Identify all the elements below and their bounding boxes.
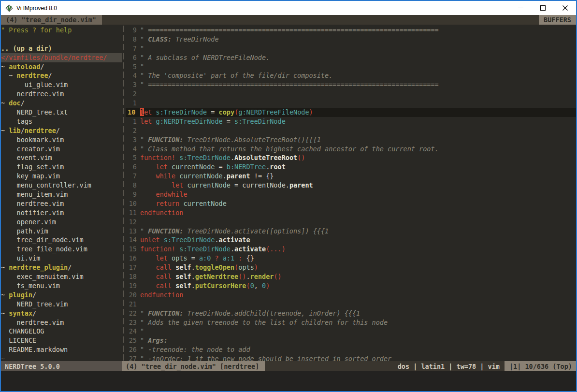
tree-file[interactable]: bookmark.vim bbox=[1, 135, 122, 145]
tree-dir[interactable]: ~ autoload/ bbox=[1, 62, 122, 72]
line-number: 18 bbox=[126, 272, 140, 281]
code-line[interactable]: 3" FUNCTION: TreeDirNode.AbsoluteTreeRoo… bbox=[126, 135, 576, 145]
code-line[interactable]: 22" FUNCTION: TreeDirNode.addChild(treen… bbox=[126, 309, 576, 318]
tree-file[interactable]: NERD_tree.vim bbox=[1, 300, 122, 309]
code-line[interactable]: 14unlet s:TreeDirNode.activate bbox=[126, 235, 576, 245]
code-seg-kw: let bbox=[156, 254, 168, 262]
nerdtree-status-text: NERDTree 5.0.0 bbox=[5, 363, 60, 370]
tree-file[interactable]: ui.vim bbox=[1, 254, 122, 263]
code-seg-kw: (...) bbox=[266, 245, 286, 253]
code-line[interactable]: 8" CLASS: TreeDirNode bbox=[126, 35, 576, 44]
close-button[interactable] bbox=[554, 1, 576, 15]
tab-label: (4) "tree_dir_node.vim" bbox=[6, 16, 96, 24]
code-line[interactable]: 7 while currentNode.parent != {} bbox=[126, 172, 576, 181]
code-seg-kw: call bbox=[156, 263, 172, 271]
line-number: 10 bbox=[126, 199, 140, 208]
code-line[interactable]: 26" -treenode: the node to add bbox=[126, 345, 576, 354]
code-line[interactable]: 24" bbox=[126, 327, 576, 336]
code-text: let opts = a:0 ? a:1 : {} bbox=[140, 254, 576, 263]
nerdtree-pane[interactable]: " Press ? for help.. (up a dir)</vimfile… bbox=[1, 25, 122, 361]
tree-file[interactable]: CHANGELOG bbox=[1, 327, 122, 336]
code-line[interactable]: 2 bbox=[126, 126, 576, 135]
tree-text-file: NERD_tree.txt bbox=[1, 108, 68, 117]
code-line[interactable]: 6" A subclass of NERDTreeFileNode. bbox=[126, 53, 576, 62]
minimize-button[interactable] bbox=[509, 1, 532, 15]
code-seg-cmb: FUNCTION: bbox=[148, 227, 183, 235]
code-line[interactable]: 16 let opts = a:0 ? a:1 : {} bbox=[126, 254, 576, 263]
tree-file[interactable]: tags bbox=[1, 117, 122, 126]
code-line[interactable]: 1 bbox=[126, 99, 576, 108]
code-line[interactable]: 15function! s:TreeDirNode.activate(...) bbox=[126, 245, 576, 254]
code-line[interactable]: 11endfunction bbox=[126, 208, 576, 218]
code-line[interactable]: 6 let currentNode = b:NERDTree.root bbox=[126, 162, 576, 172]
tree-file[interactable]: nerdtree.vim bbox=[1, 199, 122, 208]
code-line[interactable]: 27" -inOrder: 1 if the new node should b… bbox=[126, 354, 576, 361]
window-separator[interactable] bbox=[122, 25, 126, 361]
code-line[interactable]: 17 call self.toggleOpen(opts) bbox=[126, 263, 576, 272]
tree-file[interactable]: event.vim bbox=[1, 153, 122, 162]
tree-file[interactable]: notifier.vim bbox=[1, 208, 122, 218]
code-seg-fg: = currentNode bbox=[231, 181, 286, 189]
code-seg-cm: " bbox=[140, 63, 144, 71]
code-text bbox=[140, 89, 576, 99]
code-line[interactable]: 7" bbox=[126, 44, 576, 53]
code-line[interactable]: 4" The 'composite' part of the file/dir … bbox=[126, 71, 576, 80]
tree-file[interactable]: LICENCE bbox=[1, 336, 122, 345]
tree-file[interactable]: nerdtree.vim bbox=[1, 318, 122, 327]
tree-file[interactable]: tree_dir_node.vim bbox=[1, 235, 122, 245]
editor-pane[interactable]: 9" =====================================… bbox=[126, 25, 576, 361]
code-line[interactable]: 9" =====================================… bbox=[126, 26, 576, 35]
tree-file[interactable]: path.vim bbox=[1, 227, 122, 236]
code-line-current[interactable]: 10let s:TreeDirNode = copy(g:NERDTreeFil… bbox=[126, 108, 576, 117]
tab-active[interactable]: (4) "tree_dir_node.vim" bbox=[1, 15, 102, 25]
tree-text-fg: ~ bbox=[1, 62, 9, 72]
tree-file[interactable]: exec_menuitem.vim bbox=[1, 272, 122, 281]
code-line[interactable]: 5function! s:TreeDirNode.AbsoluteTreeRoo… bbox=[126, 153, 576, 162]
maximize-button[interactable] bbox=[532, 1, 554, 15]
code-line[interactable]: 4" Class method that returns the highest… bbox=[126, 145, 576, 154]
code-line[interactable]: 9 endwhile bbox=[126, 190, 576, 199]
tree-dir[interactable]: ~ nerdtree_plugin/ bbox=[1, 263, 122, 272]
code-line[interactable]: 25" Args: bbox=[126, 336, 576, 345]
tree-file[interactable]: nerdtree.vim bbox=[1, 89, 122, 99]
code-line[interactable]: 20endfunction bbox=[126, 290, 576, 300]
tree-file[interactable]: tree_file_node.vim bbox=[1, 245, 122, 254]
tree-file[interactable]: menu_item.vim bbox=[1, 190, 122, 199]
code-line[interactable]: 13" FUNCTION: TreeDirNode.activate([opti… bbox=[126, 227, 576, 236]
code-line[interactable]: 23" Adds the given treenode to the list … bbox=[126, 318, 576, 327]
tree-dir[interactable]: ~ syntax/ bbox=[1, 309, 122, 318]
code-line[interactable]: 12 bbox=[126, 218, 576, 227]
tree-updir[interactable]: .. (up a dir) bbox=[1, 44, 122, 53]
tree-file[interactable]: flag_set.vim bbox=[1, 162, 122, 172]
tree-file[interactable]: ui_glue.vim bbox=[1, 80, 122, 89]
tree-file[interactable]: opener.vim bbox=[1, 218, 122, 227]
code-line[interactable]: 10 return currentNode bbox=[126, 199, 576, 208]
code-seg-id: a:0 bbox=[199, 254, 211, 262]
tree-root[interactable]: </vimfiles/bundle/nerdtree/ bbox=[1, 53, 122, 62]
code-text: " bbox=[140, 44, 576, 53]
tree-file[interactable]: creator.vim bbox=[1, 145, 122, 154]
code-seg-fn: getNerdtree bbox=[195, 273, 238, 280]
tree-dir[interactable]: ~ plugin/ bbox=[1, 290, 122, 300]
tree-dir[interactable]: ~ doc/ bbox=[1, 99, 122, 108]
code-line[interactable]: 5" bbox=[126, 62, 576, 72]
tree-text-dir: autoload bbox=[9, 62, 40, 72]
tree-file[interactable]: README.markdown bbox=[1, 345, 122, 354]
tree-file[interactable]: NERD_tree.txt bbox=[1, 108, 122, 117]
code-line[interactable]: 19 call self.putCursorHere(0, 0) bbox=[126, 281, 576, 290]
code-seg-kw: endwhile bbox=[156, 190, 188, 198]
code-line[interactable]: 21 bbox=[126, 300, 576, 309]
tree-file[interactable]: fs_menu.vim bbox=[1, 281, 122, 290]
code-line[interactable]: 18 call self.getNerdtree().render() bbox=[126, 272, 576, 281]
tree-dir[interactable]: ~ nerdtree/ bbox=[1, 71, 122, 80]
tree-file[interactable]: menu_controller.vim bbox=[1, 181, 122, 190]
line-number: 10 bbox=[126, 108, 140, 117]
code-seg-var: currentNode bbox=[188, 181, 231, 189]
code-line[interactable]: 2 bbox=[126, 89, 576, 99]
code-line[interactable]: 1let g:NERDTreeDirNode = s:TreeDirNode bbox=[126, 117, 576, 126]
code-seg-mem: self bbox=[175, 263, 191, 271]
tree-file[interactable]: key_map.vim bbox=[1, 172, 122, 181]
tree-dir[interactable]: ~ lib/nerdtree/ bbox=[1, 126, 122, 135]
code-line[interactable]: 3" =====================================… bbox=[126, 80, 576, 89]
code-line[interactable]: 8 let currentNode = currentNode.parent bbox=[126, 181, 576, 190]
